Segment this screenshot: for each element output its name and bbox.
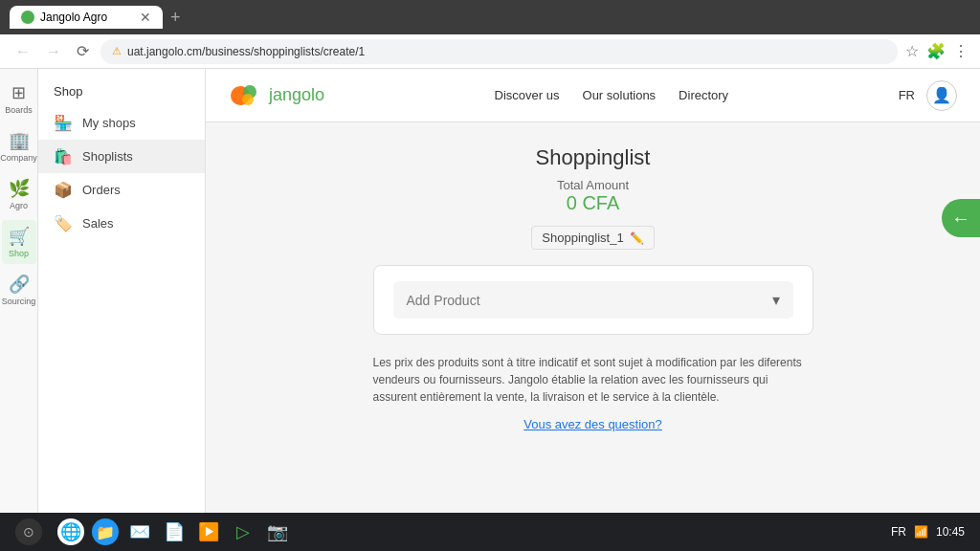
bookmark-icon[interactable]: ☆	[905, 42, 919, 60]
agro-label: Agro	[10, 201, 28, 210]
refresh-nav-button[interactable]: ⟳	[73, 40, 93, 62]
sidebar: Shop 🏪 My shops 🛍️ Shoplists 📦 Orders 🏷️…	[38, 69, 206, 551]
new-tab-button[interactable]: +	[170, 8, 181, 28]
user-avatar[interactable]: 👤	[926, 80, 957, 111]
taskbar-chrome-app[interactable]: 🌐	[57, 518, 84, 545]
logo-icon	[229, 78, 263, 113]
app-container: ⊞ Boards 🏢 Company 🌿 Agro 🛒 Shop 🔗 Sourc…	[0, 69, 980, 551]
sidebar-item-shop[interactable]: 🛒 Shop	[2, 220, 36, 264]
orders-icon: 📦	[54, 181, 73, 199]
sidebar-item-boards[interactable]: ⊞ Boards	[2, 77, 36, 121]
security-icon: ⚠	[112, 45, 122, 57]
sidebar-item-sales[interactable]: 🏷️ Sales	[38, 207, 205, 240]
my-shops-label: My shops	[82, 116, 136, 130]
shoppinglist-name: Shoppinglist_1	[542, 231, 623, 245]
taskbar-gmail-app[interactable]: ✉️	[126, 518, 153, 545]
add-product-card: Add Product ▾	[373, 265, 813, 335]
sales-icon: 🏷️	[54, 214, 73, 232]
taskbar-photos-app[interactable]: 📷	[264, 518, 291, 545]
logo: jangolo	[229, 78, 324, 113]
content-area: Shoppinglist Total Amount 0 CFA Shopping…	[206, 122, 980, 514]
sidebar-item-sourcing[interactable]: 🔗 Sourcing	[2, 268, 36, 312]
extensions-icon[interactable]: 🧩	[926, 42, 946, 60]
chevron-down-icon: ▾	[772, 291, 780, 309]
orders-label: Orders	[82, 183, 121, 197]
browser-chrome: Jangolo Agro ✕ +	[0, 0, 980, 34]
shoppinglist-tag[interactable]: Shoppinglist_1 ✏️	[531, 226, 654, 250]
taskbar-docs-app[interactable]: 📄	[161, 518, 188, 545]
nav-right: FR 👤	[899, 80, 957, 111]
add-product-label: Add Product	[407, 293, 480, 308]
company-icon: 🏢	[9, 130, 30, 151]
sourcing-label: Sourcing	[2, 297, 36, 306]
taskbar-lang: FR	[891, 525, 906, 539]
nav-directory[interactable]: Directory	[679, 88, 728, 102]
edit-icon: ✏️	[630, 231, 644, 245]
taskbar-time: 10:45	[936, 525, 965, 539]
sourcing-icon: 🔗	[9, 274, 30, 295]
taskbar-left: ⊙ 🌐 📁 ✉️ 📄 ▶️ ▷ 📷	[15, 518, 291, 545]
back-button-container: ←	[942, 199, 980, 237]
wifi-icon: 📶	[914, 525, 928, 539]
svg-point-2	[242, 94, 254, 105]
taskbar-right: FR 📶 10:45	[891, 525, 965, 539]
sidebar-section-label: Shop	[38, 77, 205, 106]
shoplists-icon: 🛍️	[54, 147, 73, 165]
browser-tab[interactable]: Jangolo Agro ✕	[10, 6, 163, 29]
sidebar-item-orders[interactable]: 📦 Orders	[38, 173, 205, 207]
main-content: jangolo Discover us Our solutions Direct…	[206, 69, 980, 551]
address-input[interactable]: ⚠ uat.jangolo.cm/business/shoppinglists/…	[100, 39, 898, 64]
back-button[interactable]: ←	[942, 199, 980, 237]
disclaimer-text: Les prix des produits sont à titre indic…	[373, 354, 813, 406]
question-link[interactable]: Vous avez des question?	[523, 417, 662, 431]
taskbar: ⊙ 🌐 📁 ✉️ 📄 ▶️ ▷ 📷 FR 📶 10:45	[0, 513, 980, 551]
sales-label: Sales	[82, 216, 114, 231]
logo-text: jangolo	[269, 85, 324, 105]
address-bar: ← → ⟳ ⚠ uat.jangolo.cm/business/shopping…	[0, 34, 980, 69]
shop-icon: 🛒	[9, 226, 30, 247]
my-shops-icon: 🏪	[54, 114, 73, 132]
forward-nav-button[interactable]: →	[42, 41, 65, 62]
nav-links: Discover us Our solutions Directory	[495, 88, 729, 102]
boards-icon: ⊞	[11, 82, 26, 103]
nav-discover-us[interactable]: Discover us	[495, 88, 560, 102]
sidebar-item-agro[interactable]: 🌿 Agro	[2, 172, 36, 216]
boards-label: Boards	[5, 105, 33, 115]
sidebar-menu: 🏪 My shops 🛍️ Shoplists 📦 Orders 🏷️ Sale…	[38, 106, 205, 543]
back-nav-button[interactable]: ←	[11, 41, 34, 62]
top-nav: jangolo Discover us Our solutions Direct…	[206, 69, 980, 122]
sidebar-item-shoplists[interactable]: 🛍️ Shoplists	[38, 140, 205, 173]
taskbar-files-app[interactable]: 📁	[92, 518, 119, 545]
add-product-dropdown[interactable]: Add Product ▾	[393, 281, 793, 319]
taskbar-play-app[interactable]: ▷	[230, 518, 256, 545]
page-title: Shoppinglist	[536, 145, 651, 170]
nav-our-solutions[interactable]: Our solutions	[583, 88, 657, 102]
sidebar-item-company[interactable]: 🏢 Company	[2, 124, 36, 168]
taskbar-search-button[interactable]: ⊙	[15, 518, 42, 545]
language-button[interactable]: FR	[899, 88, 915, 102]
shop-label: Shop	[9, 249, 29, 258]
nav-icons-column: ⊞ Boards 🏢 Company 🌿 Agro 🛒 Shop 🔗 Sourc…	[0, 69, 38, 551]
taskbar-apps: 🌐 📁 ✉️ 📄 ▶️ ▷ 📷	[57, 518, 291, 545]
tab-favicon	[21, 11, 34, 24]
url-display: uat.jangolo.cm/business/shoppinglists/cr…	[127, 45, 365, 58]
tab-title: Jangolo Agro	[40, 11, 107, 24]
sidebar-item-my-shops[interactable]: 🏪 My shops	[38, 106, 205, 140]
menu-icon[interactable]: ⋮	[953, 42, 969, 60]
company-label: Company	[0, 153, 37, 163]
agro-icon: 🌿	[9, 178, 30, 199]
total-amount-value: 0 CFA	[567, 192, 620, 214]
shoplists-label: Shoplists	[82, 149, 133, 164]
total-amount-label: Total Amount	[557, 178, 629, 192]
taskbar-youtube-app[interactable]: ▶️	[195, 518, 222, 545]
address-actions: ☆ 🧩 ⋮	[905, 42, 969, 60]
tab-close-button[interactable]: ✕	[140, 10, 151, 25]
